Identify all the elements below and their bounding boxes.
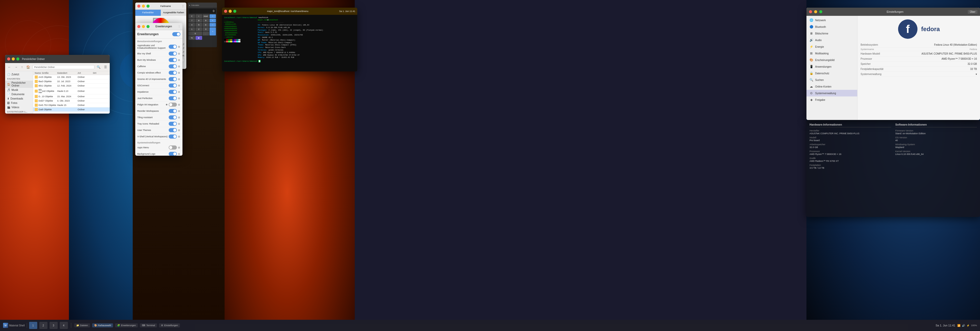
calc-btn-9[interactable]: 9 <box>203 19 209 22</box>
sidebar-item-suchen[interactable]: 🔍 Suchen <box>807 76 857 83</box>
calc-btn-4[interactable]: 4 <box>189 23 195 27</box>
calc-btn-mod[interactable]: mod <box>203 14 209 18</box>
workspace-3[interactable]: 3 <box>49 322 58 329</box>
calc-btn-eq[interactable]: = <box>210 27 216 35</box>
table-row[interactable]: Bilder 1 Objekte 12. Feb. 2024 Ordner <box>33 84 110 88</box>
toggle-pidgin[interactable] <box>169 103 177 107</box>
term-max-btn[interactable] <box>233 10 236 13</box>
sidebar-item-netzwerk[interactable]: 🌐 Netzwerk <box>807 17 857 24</box>
sidebar-item-erscheinungsbild[interactable]: 🎨 Erscheinungsbild <box>807 57 857 63</box>
settings-btn-caffeine[interactable]: ⚙ <box>178 65 180 68</box>
search-button[interactable]: 🔍 <box>95 65 102 70</box>
calc-btn-6[interactable]: 6 <box>203 23 209 27</box>
ext-min-btn[interactable] <box>142 25 145 28</box>
toggle-gsconnect[interactable] <box>169 83 177 88</box>
sidebar-item-energie[interactable]: ⚡ Energie <box>807 43 857 50</box>
settings-btn-appsmenu[interactable]: ⚙ <box>178 146 180 149</box>
sidebar-item-online-konten[interactable]: ☁ Online-Konten <box>807 83 857 90</box>
path-bar[interactable]: Persönlicher Ordner <box>32 65 94 69</box>
settings-btn-appindicator[interactable]: ⚙ <box>178 45 180 48</box>
cp-close-btn[interactable] <box>137 5 140 8</box>
forward-button[interactable]: → <box>13 65 19 70</box>
up-button[interactable]: ↑ <box>20 65 24 70</box>
calc-btn-sub[interactable]: − <box>210 23 216 27</box>
calc-btn-3[interactable]: 3 <box>203 27 209 31</box>
toggle-compiz[interactable] <box>169 71 177 75</box>
sidebar-item-videos[interactable]: 🎬 Videos <box>5 105 33 110</box>
settings-btn-burn[interactable]: ⚙ <box>178 59 180 62</box>
sidebar-item-anwendungen[interactable]: 📱 Anwendungen <box>807 63 857 70</box>
sidebar-item-multitasking[interactable]: ⊞ Multitasking <box>807 50 857 57</box>
calc-btn-i[interactable]: i <box>196 14 202 18</box>
workspace-1[interactable]: 1 <box>29 322 37 329</box>
sidebar-item-freigabe[interactable]: ◈ Freigabe <box>807 97 857 103</box>
toggle-userthemes[interactable] <box>169 128 177 132</box>
ext-close-btn[interactable] <box>137 25 140 28</box>
settings-btn-justperfection[interactable]: ⚙ <box>178 97 180 100</box>
table-row[interactable]: Backups 3 Objekte 10. Jul. 2023 Ordner <box>33 80 110 84</box>
table-row[interactable]: Bilder, Neue 142 Objekte Haule 0.13 Ordn… <box>33 88 110 94</box>
settings-btn-bglogo[interactable]: ⚙ <box>178 152 180 156</box>
settings-btn-tiling[interactable]: ⚙ <box>178 116 180 119</box>
cp-menu-btn[interactable]: ⋮ <box>182 5 184 7</box>
workspace-2[interactable]: 2 <box>39 322 48 329</box>
toggle-tiling[interactable] <box>169 115 177 119</box>
ext-max-btn[interactable] <box>146 25 150 28</box>
settings-btn-gnome40[interactable]: ⚙ <box>178 78 180 81</box>
settings-btn-vshell[interactable]: ⚙ <box>178 135 180 138</box>
view-button[interactable]: ☰ <box>103 65 108 70</box>
taskbar-app-erweiterungen[interactable]: 🧩 Erweiterungen <box>115 323 138 328</box>
settings-min-btn[interactable] <box>814 10 817 13</box>
cp-min-btn[interactable] <box>142 5 145 8</box>
term-close-btn[interactable] <box>224 10 227 13</box>
sidebar-item-bluetooth[interactable]: 🔵 Bluetooth <box>807 24 857 30</box>
calc-btn-8[interactable]: 8 <box>196 19 202 22</box>
taskbar-app-dateien[interactable]: 📁 Dateien <box>74 323 90 328</box>
toggle-burn[interactable] <box>169 58 177 62</box>
tab-ausgewaehlt[interactable]: Ausgewählte Farben <box>161 10 186 16</box>
taskbar-app-einstellungen[interactable]: ⚙ Einstellungen <box>159 323 180 328</box>
sidebar-item-musik[interactable]: 🎵 Musik <box>5 88 33 92</box>
table-row[interactable]: Downloads 5.753 Objekte Haule 15 Ordner <box>33 103 110 107</box>
toggle-bglogo[interactable] <box>169 152 177 156</box>
toggle-impatience[interactable] <box>169 90 177 94</box>
settings-close-btn[interactable] <box>809 10 812 13</box>
calc-btn-0[interactable]: 0 <box>189 32 202 35</box>
calc-btn-c[interactable]: C <box>189 14 195 18</box>
settings-btn-tray[interactable]: ⚙ <box>178 122 180 126</box>
taskbar-app-farbauswahl[interactable]: 🎨 Farbauswahl <box>92 323 113 328</box>
toggle-tray[interactable] <box>169 122 177 126</box>
sidebar-item-home[interactable]: 🏠 Persönlicher Ordner <box>5 81 33 88</box>
table-row[interactable]: Dokumente 27 Objekte 4. Okt. 2023 Ordner <box>33 99 110 103</box>
settings-btn-userthemes[interactable]: ⚙ <box>178 129 180 132</box>
close-btn[interactable] <box>7 57 10 60</box>
settings-about-btn[interactable]: Über <box>968 10 977 14</box>
sidebar-item-dokumente[interactable]: 📄 Dokumente <box>5 92 33 97</box>
sidebar-item-systemverwaltung[interactable]: ⊙ Systemverwaltung <box>807 90 857 97</box>
toggle-appindicator[interactable] <box>169 45 177 49</box>
sidebar-item-zuletzte[interactable]: 🕐 Zuletzt <box>5 72 33 76</box>
settings-max-btn[interactable] <box>819 10 822 13</box>
terminal-body[interactable]: localhost:/usr/share/dmenu# neofetch .-.… <box>222 15 357 72</box>
home-button[interactable]: 🏠 <box>25 65 32 70</box>
calc-btn-7[interactable]: 7 <box>189 19 195 22</box>
back-button[interactable]: ← <box>6 65 12 70</box>
toggle-caffeine[interactable] <box>169 64 177 68</box>
sidebar-item-bildschirme[interactable]: 🖥 Bildschirme <box>807 30 857 37</box>
taskbar-app-terminal[interactable]: ⌨ Terminal <box>140 323 157 328</box>
sidebar-item-downloads[interactable]: ⬇ Downloads <box>5 97 33 101</box>
calc-btn-dot[interactable]: . <box>203 32 209 35</box>
sidebar-item-datenschutz[interactable]: 🔒 Datenschutz <box>807 70 857 76</box>
table-row[interactable]: Desktop 10 Objekte 15. Mar. 2024 Ordner <box>33 94 110 99</box>
calc-btn-special[interactable]: ■ <box>196 36 202 40</box>
toggle-reorder[interactable] <box>169 109 177 113</box>
settings-btn-impatience[interactable]: ⚙ <box>178 90 180 94</box>
toggle-vshell[interactable] <box>169 135 177 138</box>
settings-btn-blur[interactable]: ⚙ <box>178 52 180 56</box>
settings-btn-pidgin[interactable]: ⚙ <box>178 103 180 107</box>
toggle-appsmenu[interactable] <box>169 145 177 150</box>
ext-menu-btn[interactable]: ⋮ <box>178 25 180 28</box>
calc-btn-2[interactable]: 2 <box>196 27 202 31</box>
toggle-gnome40[interactable] <box>169 77 177 81</box>
max-btn[interactable] <box>16 57 19 60</box>
